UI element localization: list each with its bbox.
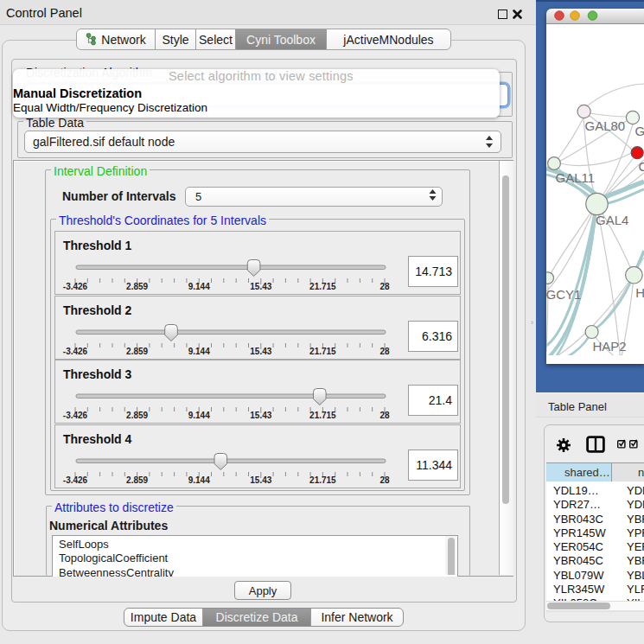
- svg-text:9.144: 9.144: [188, 347, 210, 356]
- svg-text:H: H: [635, 285, 644, 300]
- svg-text:11.344: 11.344: [416, 458, 452, 472]
- svg-text:14.713: 14.713: [415, 265, 452, 278]
- svg-text:21.715: 21.715: [309, 411, 336, 420]
- svg-text:HAP2: HAP2: [593, 339, 627, 354]
- svg-text:GCY1: GCY1: [546, 287, 581, 302]
- svg-text:2.859: 2.859: [126, 282, 148, 291]
- svg-text:28: 28: [379, 347, 390, 356]
- svg-text:21.715: 21.715: [309, 475, 336, 485]
- svg-text:15.43: 15.43: [250, 411, 271, 420]
- svg-text:9.144: 9.144: [188, 475, 210, 485]
- svg-text:GAL4: GAL4: [596, 213, 628, 227]
- svg-text:28: 28: [379, 411, 390, 420]
- svg-text:21.4: 21.4: [429, 393, 452, 407]
- svg-text:15.43: 15.43: [250, 347, 271, 356]
- svg-text:GAL11: GAL11: [556, 170, 596, 185]
- svg-text:GAL80: GAL80: [585, 118, 626, 133]
- svg-text:28: 28: [379, 475, 390, 485]
- svg-text:21.715: 21.715: [309, 282, 336, 291]
- svg-text:28: 28: [379, 282, 390, 291]
- svg-text:6.316: 6.316: [422, 329, 452, 343]
- svg-text:9.144: 9.144: [188, 282, 210, 291]
- svg-text:CO: CO: [638, 159, 644, 174]
- svg-text:15.43: 15.43: [250, 475, 271, 485]
- svg-text:Threshold 1: Threshold 1: [63, 239, 132, 252]
- svg-text:9.144: 9.144: [188, 411, 210, 420]
- svg-text:-3.426: -3.426: [63, 475, 88, 485]
- svg-text:15.43: 15.43: [250, 282, 271, 291]
- svg-text:2.859: 2.859: [126, 411, 148, 420]
- svg-text:2.859: 2.859: [126, 347, 148, 356]
- svg-text:2.859: 2.859: [126, 475, 148, 485]
- svg-text:Threshold 2: Threshold 2: [63, 303, 132, 317]
- svg-text:GA: GA: [635, 124, 644, 138]
- svg-text:Threshold 3: Threshold 3: [63, 367, 132, 381]
- svg-text:-3.426: -3.426: [63, 347, 88, 356]
- svg-text:21.715: 21.715: [309, 347, 336, 356]
- svg-text:Threshold 4: Threshold 4: [63, 432, 132, 446]
- svg-text:-3.426: -3.426: [63, 282, 88, 291]
- svg-text:-3.426: -3.426: [63, 411, 88, 420]
